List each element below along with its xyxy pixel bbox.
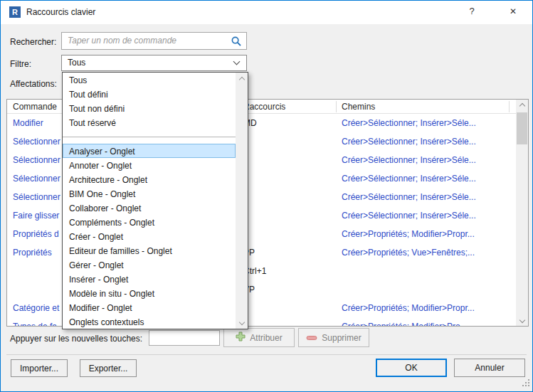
remove-button[interactable]: Supprimer xyxy=(298,328,369,347)
dropdown-item[interactable]: BIM One - Onglet xyxy=(63,186,236,201)
header-separator xyxy=(509,101,510,112)
dropdown-item[interactable]: Tout non défini xyxy=(63,101,236,115)
paths-cell: Créer>Propriétés; Modifier>Propr... xyxy=(342,303,512,313)
paths-cell: Créer>Sélectionner; Insérer>Séle... xyxy=(342,118,512,128)
scroll-down-icon[interactable] xyxy=(516,314,528,326)
table-scrollbar[interactable] xyxy=(516,100,528,326)
paths-cell: Créer>Propriétés; Modifier>Propr... xyxy=(342,229,512,239)
filter-combobox[interactable]: Tous xyxy=(61,55,247,71)
assign-button-label: Attribuer xyxy=(250,333,282,343)
paths-cell: Créer>Sélectionner; Insérer>Séle... xyxy=(342,174,512,184)
dropdown-item[interactable]: Tout réservé xyxy=(63,115,236,129)
column-header-command[interactable]: Commande xyxy=(13,102,57,112)
dropdown-separator xyxy=(63,129,236,144)
search-label: Rechercher: xyxy=(10,37,56,47)
title-bar: R Raccourcis clavier ? ✕ xyxy=(1,1,532,24)
scroll-up-icon[interactable] xyxy=(516,100,528,112)
remove-button-label: Supprimer xyxy=(322,333,361,343)
paths-cell: Créer>Sélectionner; Insérer>Séle... xyxy=(342,211,512,221)
dialog-title: Raccourcis clavier xyxy=(26,7,95,17)
column-header-paths[interactable]: Chemins xyxy=(342,102,375,112)
shortcut-cell: PP xyxy=(243,248,337,258)
paths-cell: Créer>Propriétés; Vue>Fenêtres;... xyxy=(342,248,512,258)
dropdown-items: TousTout définiTout non définiTout réser… xyxy=(63,73,236,329)
paths-cell: Créer>Propriétés; Modifier>Pro... xyxy=(342,322,512,326)
dropdown-item[interactable]: Architecture - Onglet xyxy=(63,172,236,186)
assignments-label: Affectations: xyxy=(10,79,57,89)
paths-cell: Créer>Sélectionner; Insérer>Séle... xyxy=(342,155,512,165)
press-keys-label: Appuyer sur les nouvelles touches: xyxy=(10,334,142,344)
assign-button[interactable]: Attribuer xyxy=(223,328,295,347)
dropdown-scroll-down-icon[interactable] xyxy=(236,316,248,328)
shortcut-cell: VP xyxy=(243,285,337,295)
column-header-shortcut[interactable]: Raccourcis xyxy=(243,102,285,112)
cancel-button[interactable]: Annuler xyxy=(454,359,525,377)
shortcut-cell: MD xyxy=(243,118,337,128)
paths-cell: Créer>Sélectionner; Insérer>Séle... xyxy=(342,137,512,147)
dropdown-item[interactable]: Editeur de familles - Onglet xyxy=(63,243,236,258)
export-button[interactable]: Exporter... xyxy=(80,359,137,377)
chevron-down-icon xyxy=(233,58,241,65)
paths-cell: Créer>Sélectionner; Insérer>Séle... xyxy=(342,192,512,202)
filter-value: Tous xyxy=(68,58,85,68)
dropdown-item[interactable]: Analyser - Onglet xyxy=(63,144,236,158)
dropdown-item[interactable]: Insérer - Onglet xyxy=(63,272,236,286)
shortcut-cell: Ctrl+1 xyxy=(243,266,337,276)
dropdown-scrollbar[interactable] xyxy=(236,73,248,329)
scrollbar-thumb[interactable] xyxy=(517,112,527,144)
resize-grip[interactable] xyxy=(522,379,530,389)
revit-app-icon: R xyxy=(9,6,21,18)
dropdown-item[interactable]: Modifier - Onglet xyxy=(63,300,236,314)
keyboard-shortcuts-dialog: R Raccourcis clavier ? ✕ Rechercher: Tap… xyxy=(0,0,533,392)
close-button[interactable]: ✕ xyxy=(500,1,527,22)
dropdown-item[interactable]: Tout défini xyxy=(63,87,236,101)
ok-button[interactable]: OK xyxy=(376,359,447,377)
help-button[interactable]: ? xyxy=(458,1,485,22)
header-separator xyxy=(336,101,337,112)
dropdown-item[interactable]: Créer - Onglet xyxy=(63,229,236,243)
plus-icon xyxy=(236,332,246,344)
dropdown-item[interactable]: Annoter - Onglet xyxy=(63,158,236,172)
new-keys-input[interactable] xyxy=(149,330,220,346)
separator-line xyxy=(6,354,527,355)
search-placeholder: Taper un nom de commande xyxy=(68,36,176,46)
dropdown-item[interactable]: Compléments - Onglet xyxy=(63,215,236,229)
dropdown-item[interactable]: Collaborer - Onglet xyxy=(63,201,236,215)
filter-label: Filtre: xyxy=(10,59,31,69)
dropdown-item[interactable]: Onglets contextuels xyxy=(63,314,236,329)
dropdown-item[interactable]: Tous xyxy=(63,73,236,87)
dropdown-item[interactable]: Modèle in situ - Onglet xyxy=(63,286,236,300)
import-button[interactable]: Importer... xyxy=(11,359,68,377)
minus-icon xyxy=(306,333,317,343)
search-input[interactable]: Taper un nom de commande xyxy=(61,32,247,50)
dropdown-item[interactable]: Gérer - Onglet xyxy=(63,258,236,272)
dropdown-scroll-up-icon[interactable] xyxy=(236,73,248,85)
filter-dropdown-list: TousTout définiTout non définiTout réser… xyxy=(62,72,248,329)
